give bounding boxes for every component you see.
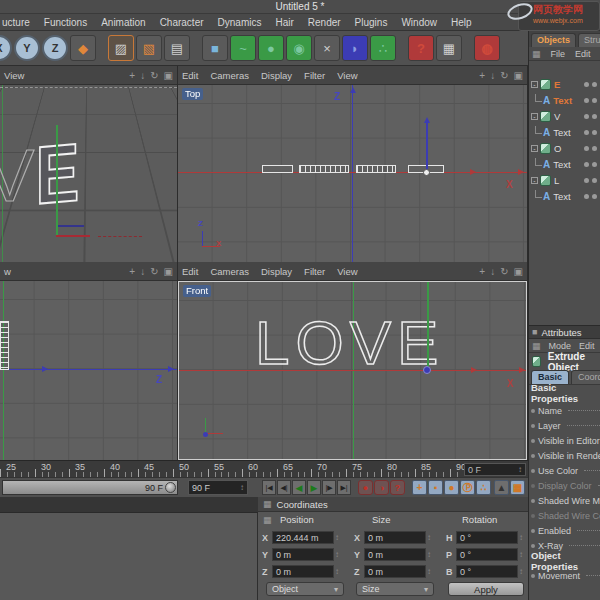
anim-dot-icon[interactable] xyxy=(531,469,535,473)
add-nurbs-icon[interactable]: ● xyxy=(258,35,284,61)
anim-dot-icon[interactable] xyxy=(531,439,535,443)
record-keyframe-button[interactable]: ● xyxy=(358,480,373,495)
visibility-dot[interactable] xyxy=(584,194,589,199)
visibility-dot[interactable] xyxy=(584,82,589,87)
menu-display[interactable]: Display xyxy=(261,70,292,81)
menu-animation[interactable]: Animation xyxy=(101,17,145,28)
position-z-field[interactable]: 0 m xyxy=(272,565,334,578)
maximize-view-icon[interactable]: ▣ xyxy=(164,266,173,277)
panel-grip-icon[interactable]: ■ xyxy=(532,327,537,337)
visibility-dot[interactable] xyxy=(592,194,597,199)
pan-view-icon[interactable]: + xyxy=(129,266,135,277)
anim-dot-icon[interactable] xyxy=(531,544,535,548)
timeline-scrubber[interactable]: 90 F xyxy=(2,480,178,495)
tree-row-v-text[interactable]: A Text xyxy=(529,125,571,140)
zoom-view-icon[interactable]: ↓ xyxy=(140,70,145,81)
tab-objects[interactable]: Objects xyxy=(531,33,576,47)
rotation-h-field[interactable]: 0 ° xyxy=(456,531,518,544)
visibility-dot[interactable] xyxy=(592,114,597,119)
tree-row-l[interactable]: - L xyxy=(529,173,559,188)
coordinate-system-icon[interactable]: ◆ xyxy=(70,35,96,61)
visibility-dot[interactable] xyxy=(592,178,597,183)
axis-x-lock-button[interactable]: X xyxy=(0,35,12,61)
menu-view[interactable]: View xyxy=(337,266,357,277)
visibility-dot[interactable] xyxy=(592,98,597,103)
menu-render[interactable]: Render xyxy=(308,17,341,28)
menu-file[interactable]: File xyxy=(551,49,566,59)
visibility-dot[interactable] xyxy=(592,130,597,135)
expand-toggle-icon[interactable]: - xyxy=(531,81,538,88)
anim-dot-icon[interactable] xyxy=(531,529,535,533)
scrubber-knob[interactable] xyxy=(165,482,176,493)
panel-grip-icon[interactable]: ▦ xyxy=(532,341,541,351)
coordinate-mode-dropdown[interactable]: Object▾ xyxy=(266,582,344,596)
size-z-field[interactable]: 0 m xyxy=(364,565,426,578)
visibility-dot[interactable] xyxy=(592,146,597,151)
position-x-field[interactable]: 220.444 m xyxy=(272,531,334,544)
timeline-ruler[interactable]: 25 30 35 40 45 50 55 60 65 70 75 80 85 9… xyxy=(0,460,530,477)
position-y-field[interactable]: 0 m xyxy=(272,548,334,561)
viewport-top[interactable]: Edit Cameras Display Filter View + ↓ ↻ ▣… xyxy=(178,66,528,262)
apply-button[interactable]: Apply xyxy=(448,582,524,596)
side-scene[interactable]: Z xyxy=(0,281,177,460)
rotate-view-icon[interactable]: ↻ xyxy=(150,70,158,81)
maximize-view-icon[interactable]: ▣ xyxy=(514,70,523,81)
autokey-button[interactable]: ◑ xyxy=(374,480,389,495)
panel-grip-icon[interactable]: ▦ xyxy=(263,499,272,509)
current-frame-field[interactable]: 90 F ↕ xyxy=(188,480,248,495)
object-x-axis[interactable] xyxy=(56,235,90,237)
pan-view-icon[interactable]: + xyxy=(479,266,485,277)
panel-grip-icon[interactable]: ▦ xyxy=(532,49,541,59)
spinner-icon[interactable]: ↕ xyxy=(519,567,523,576)
expand-toggle-icon[interactable]: - xyxy=(531,113,538,120)
record-options-button[interactable]: ? xyxy=(390,480,405,495)
menu-view[interactable]: View xyxy=(337,70,357,81)
key-position-toggle[interactable]: + xyxy=(412,480,427,495)
content-browser-icon[interactable]: ◍ xyxy=(474,35,500,61)
visibility-dot[interactable] xyxy=(592,162,597,167)
tree-row-o[interactable]: - O xyxy=(529,141,561,156)
panel-grip-icon[interactable]: ▦ xyxy=(263,515,272,525)
menu-structure[interactable]: ucture xyxy=(2,17,30,28)
visibility-dot[interactable] xyxy=(592,82,597,87)
add-primitive-icon[interactable]: ■ xyxy=(202,35,228,61)
love-text-object[interactable]: LOVE xyxy=(255,316,444,370)
letter-v-top[interactable] xyxy=(356,165,396,173)
menu-edit[interactable]: Edit xyxy=(575,49,591,59)
spinner-icon[interactable]: ↕ xyxy=(519,533,523,542)
visibility-dot[interactable] xyxy=(584,114,589,119)
add-modeling-icon[interactable]: ◉ xyxy=(286,35,312,61)
layout-toggle[interactable]: ▦ xyxy=(510,480,525,495)
visibility-dot[interactable] xyxy=(584,162,589,167)
size-mode-dropdown[interactable]: Size▾ xyxy=(356,582,434,596)
top-scene[interactable]: Top Z X Z X xyxy=(178,85,527,262)
visibility-dot[interactable] xyxy=(584,146,589,151)
end-frame-field[interactable]: 0 F ↕ xyxy=(464,463,526,476)
attr-row-shaded-wire-mode[interactable]: Shaded Wire Mod xyxy=(529,493,600,508)
menu-plugins[interactable]: Plugins xyxy=(355,17,388,28)
rotation-b-field[interactable]: 0 ° xyxy=(456,565,518,578)
play-backward-button[interactable]: ◀ xyxy=(292,480,306,495)
spinner-icon[interactable]: ↕ xyxy=(335,550,339,559)
letters-edge-view[interactable] xyxy=(0,321,9,370)
rotate-view-icon[interactable]: ↻ xyxy=(500,266,508,277)
tree-row-e[interactable]: - E xyxy=(529,77,560,92)
materials-panel[interactable] xyxy=(0,513,258,600)
spinner-icon[interactable]: ↕ xyxy=(518,465,522,474)
add-spline-icon[interactable]: ~ xyxy=(230,35,256,61)
attr-row-layer[interactable]: Layer xyxy=(529,418,600,433)
rotation-p-field[interactable]: 0 ° xyxy=(456,548,518,561)
goto-end-button[interactable]: ▶| xyxy=(337,480,351,495)
attr-row-enabled[interactable]: Enabled xyxy=(529,523,600,538)
menu-edit[interactable]: Edit xyxy=(182,266,198,277)
menu-cameras[interactable]: Cameras xyxy=(210,70,249,81)
viewport-front[interactable]: Edit Cameras Display Filter View + ↓ ↻ ▣… xyxy=(178,262,528,460)
maximize-view-icon[interactable]: ▣ xyxy=(164,70,173,81)
materials-bar[interactable] xyxy=(0,497,258,513)
prev-key-button[interactable]: ◀| xyxy=(277,480,291,495)
spinner-icon[interactable]: ↕ xyxy=(427,533,431,542)
object-origin-handle[interactable] xyxy=(423,169,430,176)
attr-row-use-color[interactable]: Use Color xyxy=(529,463,600,478)
spinner-icon[interactable]: ↕ xyxy=(335,567,339,576)
anim-dot-icon[interactable] xyxy=(531,409,535,413)
